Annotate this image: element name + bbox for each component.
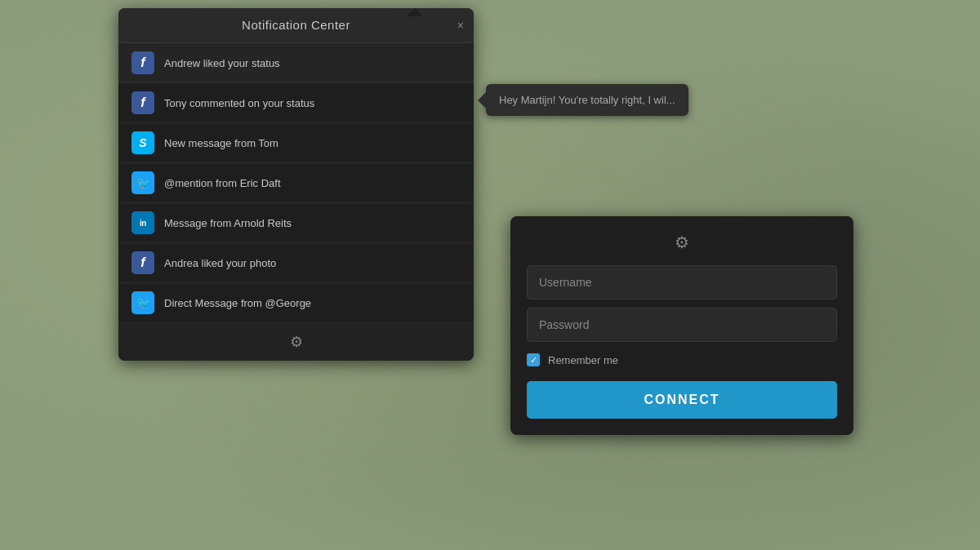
remember-label: Remember me <box>548 354 618 366</box>
panel-footer: ⚙ <box>118 323 474 361</box>
username-input[interactable] <box>527 265 837 299</box>
login-panel: ⚙ Remember me CONNECT <box>510 216 853 435</box>
social-icon-facebook: f <box>131 251 154 274</box>
remember-checkbox[interactable] <box>527 353 540 366</box>
social-icon-twitter: 🐦 <box>131 171 154 194</box>
notification-item[interactable]: 🐦 Direct Message from @George <box>118 283 474 323</box>
notification-text: New message from Tom <box>164 137 278 149</box>
close-button[interactable]: × <box>457 20 464 31</box>
notification-item[interactable]: f Andrew liked your status <box>118 43 474 83</box>
notification-item[interactable]: f Andrea liked your photo <box>118 243 474 283</box>
tooltip-text: Hey Martijn! You're totally right, I wil… <box>499 94 675 106</box>
notification-text: Tony commented on your status <box>164 97 314 109</box>
notification-text: Message from Arnold Reits <box>164 217 292 229</box>
connect-button[interactable]: CONNECT <box>527 381 837 419</box>
notification-item[interactable]: f Tony commented on your status <box>118 83 474 123</box>
notification-item[interactable]: 🐦 @mention from Eric Daft <box>118 163 474 203</box>
login-gear-area: ⚙ <box>527 233 837 252</box>
password-input[interactable] <box>527 308 837 342</box>
gear-icon[interactable]: ⚙ <box>675 233 689 251</box>
social-icon-twitter: 🐦 <box>131 291 154 314</box>
notification-list: f Andrew liked your status f Tony commen… <box>118 43 474 323</box>
notification-text: @mention from Eric Daft <box>164 177 281 189</box>
social-icon-skype: S <box>131 131 154 154</box>
social-icon-facebook: f <box>131 91 154 114</box>
notification-text: Andrew liked your status <box>164 57 280 69</box>
tooltip-bubble: Hey Martijn! You're totally right, I wil… <box>486 84 688 116</box>
social-icon-facebook: f <box>131 51 154 74</box>
notification-panel: Notification Center × f Andrew liked you… <box>118 8 474 361</box>
panel-title: Notification Center <box>242 18 350 32</box>
social-icon-linkedin: in <box>131 211 154 234</box>
notification-text: Direct Message from @George <box>164 297 311 309</box>
remember-row: Remember me <box>527 350 837 370</box>
notification-item[interactable]: S New message from Tom <box>118 123 474 163</box>
notification-text: Andrea liked your photo <box>164 257 276 269</box>
settings-icon[interactable]: ⚙ <box>290 334 303 350</box>
notification-item[interactable]: in Message from Arnold Reits <box>118 203 474 243</box>
